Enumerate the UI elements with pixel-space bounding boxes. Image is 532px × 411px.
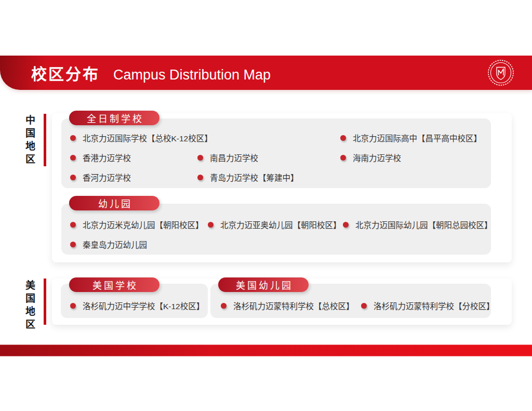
campus-item: 香港力迈学校 [70, 148, 197, 167]
campus-name: 洛杉矶力迈中学学校【K-12校区】 [83, 300, 204, 311]
china-region-card: 全日制学校 北京力迈国际学校【总校K-12校区】北京力迈国际高中【昌平高中校区】… [52, 113, 512, 262]
campus-name: 青岛力迈学校【筹建中】 [210, 171, 299, 183]
campus-name: 北京力迈国际幼儿园【朝阳总园校区】 [355, 219, 493, 230]
campus-name: 洛杉矶力迈蒙特利学校【总校区】 [233, 300, 354, 311]
region-label-usa: 美国地区 [24, 280, 34, 332]
bullet-dot-icon [361, 303, 367, 309]
bullet-dot-icon [340, 155, 346, 161]
page-title: 校区分布 Campus Distribution Map [31, 61, 271, 84]
title-banner: 校区分布 Campus Distribution Map [0, 56, 532, 90]
bottom-accent-bar [0, 344, 532, 356]
campus-item: 北京力迈国际高中【昌平高中校区】 [340, 128, 491, 148]
campus-item: 北京力迈国际幼儿园【朝阳总园校区】 [343, 215, 491, 234]
region-accent-line-china [44, 114, 46, 166]
limai-crest-logo [487, 59, 514, 86]
campus-item: 北京力迈国际学校【总校K-12校区】 [70, 128, 340, 148]
fulltime-schools-list: 北京力迈国际学校【总校K-12校区】北京力迈国际高中【昌平高中校区】香港力迈学校… [61, 118, 491, 187]
campus-item: 南昌力迈学校 [197, 148, 340, 167]
bullet-dot-icon [70, 155, 76, 161]
slide-canvas: 校区分布 Campus Distribution Map 中国地区 全日制学校 … [0, 0, 532, 411]
bullet-dot-icon [197, 175, 203, 180]
kindergartens-panel: 北京力迈米克幼儿园【朝阳校区】北京力迈亚奥幼儿园【朝阳校区】北京力迈国际幼儿园【… [61, 204, 491, 255]
campus-name: 香港力迈学校 [83, 152, 131, 163]
bullet-dot-icon [221, 303, 227, 309]
campus-item: 海南力迈学校 [340, 148, 491, 167]
campus-name: 洛杉矶力迈蒙特利学校【分校区】 [374, 300, 495, 311]
bullet-dot-icon [197, 155, 203, 161]
campus-name: 南昌力迈学校 [210, 152, 258, 163]
campus-name: 北京力迈亚奥幼儿园【朝阳校区】 [220, 219, 341, 230]
kindergartens-list: 北京力迈米克幼儿园【朝阳校区】北京力迈亚奥幼儿园【朝阳校区】北京力迈国际幼儿园【… [61, 204, 491, 254]
bullet-dot-icon [343, 222, 349, 228]
bullet-dot-icon [70, 135, 76, 141]
region-label-china: 中国地区 [24, 115, 34, 167]
bullet-dot-icon [340, 135, 346, 141]
bullet-dot-icon [70, 242, 76, 247]
campus-item: 北京力迈米克幼儿园【朝阳校区】 [70, 215, 208, 234]
campus-name: 海南力迈学校 [353, 152, 401, 163]
campus-item: 青岛力迈学校【筹建中】 [197, 167, 340, 187]
campus-item: 秦皇岛力迈幼儿园 [70, 234, 208, 254]
bullet-dot-icon [208, 222, 214, 228]
campus-item: 洛杉矶力迈中学学校【K-12校区】 [70, 296, 208, 315]
campus-item: 洛杉矶力迈蒙特利学校【分校区】 [361, 296, 491, 315]
campus-item: 洛杉矶力迈蒙特利学校【总校区】 [221, 296, 361, 315]
badge-us-kindergartens: 美国幼儿园 [218, 277, 309, 292]
campus-item: 香河力迈学校 [70, 167, 197, 187]
campus-name: 北京力迈国际学校【总校K-12校区】 [83, 132, 212, 143]
campus-name: 北京力迈国际高中【昌平高中校区】 [353, 132, 482, 143]
region-accent-line-usa [44, 279, 46, 325]
campus-name: 香河力迈学校 [83, 171, 131, 183]
usa-region-card: 美国学校 洛杉矶力迈中学学校【K-12校区】 美国幼儿园 洛杉矶力迈蒙特利学校【… [52, 279, 512, 325]
badge-fulltime-schools: 全日制学校 [69, 111, 159, 125]
page-title-en: Campus Distribution Map [113, 67, 271, 83]
campus-name: 秦皇岛力迈幼儿园 [83, 238, 147, 250]
bullet-dot-icon [70, 222, 76, 228]
badge-us-schools: 美国学校 [69, 277, 159, 292]
badge-kindergartens: 幼儿园 [69, 196, 159, 210]
page-title-zh: 校区分布 [31, 61, 100, 84]
campus-item: 北京力迈亚奥幼儿园【朝阳校区】 [208, 215, 343, 234]
bullet-dot-icon [70, 303, 76, 309]
bullet-dot-icon [70, 175, 76, 180]
fulltime-schools-panel: 北京力迈国际学校【总校K-12校区】北京力迈国际高中【昌平高中校区】香港力迈学校… [61, 118, 491, 188]
campus-name: 北京力迈米克幼儿园【朝阳校区】 [83, 219, 204, 230]
